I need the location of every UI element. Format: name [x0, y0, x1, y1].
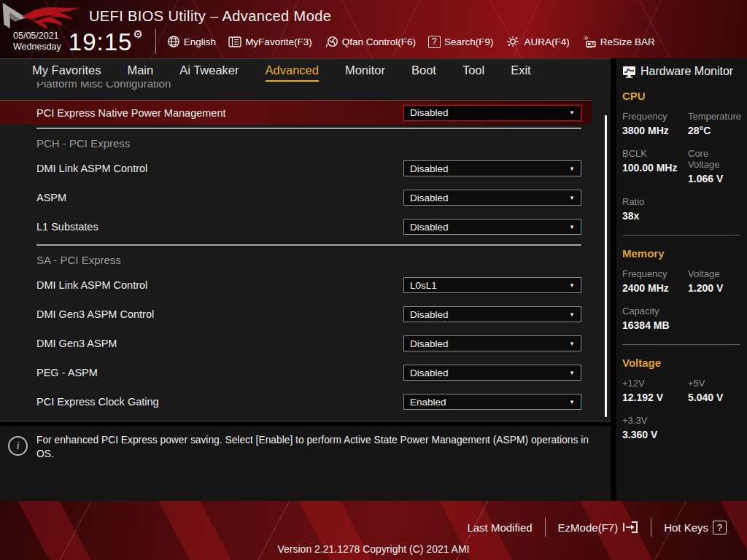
setting-row-pci-express-clock-gating[interactable]: PCI Express Clock GatingEnabled▼ — [0, 387, 592, 416]
setting-row-pci-express-native-power-management[interactable]: PCI Express Native Power ManagementDisab… — [0, 100, 592, 125]
toolbar-item-search-f9[interactable]: ?Search(F9) — [428, 36, 494, 48]
metric-ratio: Ratio38x — [622, 196, 688, 222]
time-display: 19:15 ⚙ — [69, 30, 143, 54]
hw-section-memory: MemoryFrequency2400 MHzVoltage1.200 VCap… — [622, 235, 740, 331]
dropdown-dmi-link-aspm-control[interactable]: Disabled▼ — [403, 160, 581, 176]
setting-label: PCI Express Clock Gating — [36, 396, 403, 408]
setting-row-dmi-link-aspm-control[interactable]: DMI Link ASPM ControlDisabled▼ — [0, 154, 592, 183]
chevron-down-icon: ▼ — [569, 195, 575, 201]
setting-row-dmi-gen3-aspm-control[interactable]: DMI Gen3 ASPM ControlDisabled▼ — [0, 300, 592, 329]
chevron-down-icon: ▼ — [569, 282, 575, 289]
setting-label: DMI Link ASPM Control — [36, 163, 403, 174]
time-settings-gear-icon[interactable]: ⚙ — [133, 28, 142, 39]
toolbar-item-english[interactable]: English — [167, 35, 216, 48]
hw-section-title: CPU — [622, 90, 740, 102]
main-menu-bar: My FavoritesMainAi TweakerAdvancedMonito… — [0, 58, 611, 82]
tab-ai-tweaker[interactable]: Ai Tweaker — [179, 59, 239, 82]
chevron-down-icon: ▼ — [569, 166, 575, 172]
metric-value: 1.066 V — [688, 173, 741, 184]
dropdown-value: Disabled — [410, 107, 449, 118]
dropdown-peg-aspm[interactable]: Disabled▼ — [403, 365, 581, 381]
dropdown-dmi-gen3-aspm[interactable]: Disabled▼ — [403, 335, 581, 351]
resize-bar-icon — [582, 35, 597, 49]
globe-icon — [167, 35, 180, 48]
metric-value: 16384 MB — [622, 319, 688, 331]
chevron-down-icon: ▼ — [569, 341, 575, 347]
setting-row-l1-substates[interactable]: L1 SubstatesDisabled▼ — [0, 212, 592, 241]
metric-12v: +12V12.192 V — [622, 378, 688, 403]
setting-row-peg-aspm[interactable]: PEG - ASPMDisabled▼ — [0, 358, 592, 387]
toolbar-item-qfan-control-f6[interactable]: Qfan Control(F6) — [325, 36, 416, 48]
hw-section-title: Voltage — [622, 357, 740, 369]
qfan-icon — [325, 36, 338, 48]
metric-label: Core Voltage — [688, 148, 741, 170]
date-display: 05/05/2021 Wednesday — [13, 31, 61, 52]
tab-boot[interactable]: Boot — [411, 59, 436, 82]
dropdown-pci-express-clock-gating[interactable]: Enabled▼ — [403, 394, 581, 410]
metric-value: 3.360 V — [622, 429, 688, 440]
hw-metrics-grid: Frequency3800 MHzTemperature28°CBCLK100.… — [622, 111, 740, 222]
version-text: Version 2.21.1278 Copyright (C) 2021 AMI — [0, 543, 747, 555]
toolbar-item-label: English — [184, 36, 216, 47]
tab-main[interactable]: Main — [127, 59, 153, 82]
setting-label: DMI Gen3 ASPM Control — [36, 308, 403, 320]
banner-toolbar: EnglishMyFavorite(F3)Qfan Control(F6)?Se… — [167, 35, 655, 49]
dropdown-dmi-link-aspm-control[interactable]: L0sL1▼ — [403, 277, 581, 293]
setting-row-aspm[interactable]: ASPMDisabled▼ — [0, 183, 592, 212]
metric-5v: +5V5.040 V — [688, 378, 740, 403]
metric-label: +5V — [688, 378, 740, 389]
myfavorite-icon — [228, 36, 241, 47]
app-title: UEFI BIOS Utility – Advanced Mode — [89, 8, 331, 25]
tab-advanced[interactable]: Advanced — [266, 59, 319, 82]
metric-frequency: Frequency3800 MHz — [622, 111, 688, 136]
footer-divider — [651, 518, 651, 537]
metric-label: Capacity — [622, 306, 688, 316]
toolbar-item-label: AURA(F4) — [524, 36, 569, 47]
toolbar-item-resize-bar[interactable]: ReSize BAR — [582, 35, 655, 49]
section-divider — [36, 128, 581, 129]
metric-capacity: Capacity16384 MB — [622, 306, 688, 331]
aura-icon — [506, 35, 520, 48]
setting-label: PCI Express Native Power Management — [36, 107, 403, 119]
toolbar-item-label: MyFavorite(F3) — [245, 36, 312, 47]
metric-label: Ratio — [622, 196, 688, 207]
info-icon: i — [8, 436, 28, 456]
toolbar-item-aura-f4[interactable]: AURA(F4) — [506, 35, 569, 48]
tab-monitor[interactable]: Monitor — [345, 59, 385, 82]
setting-row-dmi-link-aspm-control[interactable]: DMI Link ASPM ControlL0sL1▼ — [0, 271, 592, 300]
setting-label: DMI Link ASPM Control — [36, 279, 403, 291]
toolbar-item-label: Qfan Control(F6) — [342, 36, 416, 47]
settings-rows: PCI Express Native Power ManagementDisab… — [0, 100, 592, 416]
scrollbar-thumb[interactable] — [605, 115, 607, 417]
metric-label: Voltage — [688, 268, 740, 279]
dropdown-dmi-gen3-aspm-control[interactable]: Disabled▼ — [403, 306, 581, 322]
setting-row-dmi-gen3-aspm[interactable]: DMI Gen3 ASPMDisabled▼ — [0, 329, 592, 358]
setting-label: ASPM — [36, 192, 403, 203]
metric-temperature: Temperature28°C — [688, 111, 741, 136]
tab-exit[interactable]: Exit — [511, 59, 531, 82]
dropdown-l1-substates[interactable]: Disabled▼ — [403, 219, 581, 235]
metric-value: 2400 MHz — [622, 282, 688, 294]
dropdown-pci-express-native-power-management[interactable]: Disabled▼ — [403, 105, 581, 121]
section-header-label: PCH - PCI Express — [36, 137, 130, 149]
settings-panel: Platform Misc Configuration PCI Express … — [0, 82, 611, 421]
last-modified-button[interactable]: Last Modified — [467, 521, 532, 534]
section-divider — [36, 244, 581, 246]
toolbar-item-myfavorite-f3[interactable]: MyFavorite(F3) — [228, 36, 312, 47]
help-panel: i For enhanced PCI Express power saving.… — [0, 426, 611, 501]
banner-divider — [155, 29, 156, 54]
hw-section-title: Memory — [622, 247, 740, 260]
ezmode-button[interactable]: EzMode(F7) — [558, 521, 639, 534]
metric-voltage: Voltage1.200 V — [688, 268, 740, 294]
metric-value: 1.200 V — [688, 282, 740, 294]
tab-my-favorites[interactable]: My Favorites — [32, 59, 101, 82]
dropdown-value: Disabled — [410, 163, 449, 174]
hot-keys-button[interactable]: Hot Keys ? — [664, 521, 727, 534]
date-value: 05/05/2021 — [13, 31, 61, 42]
metric-value: 100.00 MHz — [622, 162, 688, 174]
metric-value: 3800 MHz — [622, 125, 688, 136]
section-header-pch-pci-express: PCH - PCI Express — [0, 132, 592, 154]
tab-tool[interactable]: Tool — [462, 59, 484, 82]
dropdown-aspm[interactable]: Disabled▼ — [403, 190, 581, 206]
dropdown-value: Disabled — [410, 309, 449, 320]
